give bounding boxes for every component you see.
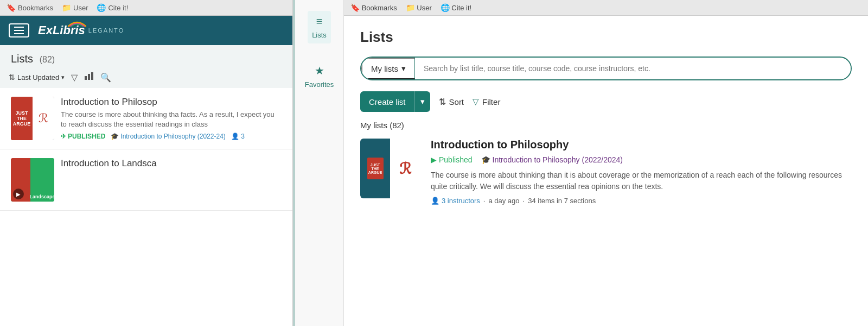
sort-label-right: Sort	[449, 97, 464, 106]
sort-button-right[interactable]: ⇅ Sort	[439, 97, 464, 107]
user-label-left: User	[73, 4, 88, 12]
favorites-nav-icon: ★	[315, 64, 324, 77]
bookmarks-label-right: Bookmarks	[362, 4, 397, 12]
card-time: a day ago	[488, 197, 519, 205]
bookmarks-right[interactable]: 🔖 Bookmarks	[350, 3, 397, 12]
action-row: Create list ▾ ⇅ Sort ▽ Filter	[360, 91, 852, 112]
item-title-2: Introduction to Landsca	[61, 158, 282, 169]
bookmarks-left[interactable]: 🔖 Bookmarks	[7, 3, 53, 12]
list-item-2[interactable]: Landscape ▶ Introduction to Landsca	[0, 149, 292, 211]
course-link-1[interactable]: 🎓 Introduction to Philosophy (2022-24)	[111, 133, 225, 140]
instructors-icon: 👤	[431, 197, 439, 205]
logo: Ex Libris LEGANTO	[38, 23, 124, 37]
user-right[interactable]: 📁 User	[406, 3, 432, 12]
filter-button-left[interactable]: ▽	[71, 72, 78, 83]
hamburger-button[interactable]	[9, 23, 29, 37]
published-label-right: Published	[439, 155, 473, 164]
cite-label-right: Cite it!	[451, 4, 471, 12]
nav-item-favorites[interactable]: ★ Favorites	[301, 60, 338, 93]
left-sort-bar: ⇅ Last Updated ▾ ▽ 🔍	[0, 68, 292, 88]
users-count-1: 3	[241, 133, 245, 140]
card-items-count: 34 items in 7 sections	[528, 197, 596, 205]
hamburger-line-3	[14, 33, 24, 34]
card-book-cover: JUST THE ARGUE	[367, 158, 384, 179]
graduation-icon-right: 🎓	[481, 155, 490, 164]
middle-nav: ≡ Lists ★ Favorites	[295, 0, 344, 326]
left-panel: 🔖 Bookmarks 📁 User 🌐 Cite it! Ex Libris	[0, 0, 293, 326]
svg-rect-2	[91, 72, 93, 80]
user-icon-left: 📁	[62, 3, 71, 12]
item-title-1: Introduction to Philosop	[61, 97, 282, 108]
left-lists-header: Lists (82)	[0, 45, 292, 68]
create-list-button[interactable]: Create list ▾	[360, 91, 430, 112]
thumb-land-text: Landscape	[29, 194, 54, 199]
search-button-left[interactable]: 🔍	[100, 72, 111, 83]
cite-label-left: Cite it!	[108, 4, 128, 12]
create-list-chevron-icon[interactable]: ▾	[414, 91, 430, 112]
left-lists-title: Lists	[11, 53, 33, 65]
item-content-2: Introduction to Landsca	[61, 158, 282, 202]
phil-symbol: ℛ	[399, 160, 411, 178]
list-item[interactable]: JUST THE ARGUE ℛ Introduction to Philoso…	[0, 88, 292, 149]
panel-divider	[293, 0, 295, 326]
left-topbar: 🔖 Bookmarks 📁 User 🌐 Cite it!	[0, 0, 292, 16]
globe-icon-left: 🌐	[97, 3, 106, 12]
lists-nav-icon: ≡	[316, 15, 323, 28]
course-badge-right[interactable]: 🎓 Introduction to Philosophy (2022/2024)	[481, 155, 623, 164]
user-label-right: User	[417, 4, 431, 12]
right-content: Lists My lists ▾ Create list ▾ ⇅ Sort ▽ …	[344, 16, 868, 326]
chart-button-left[interactable]	[84, 72, 94, 83]
bookmark-icon-left: 🔖	[7, 3, 16, 12]
card-thumb-right: ℛ	[390, 139, 420, 198]
published-arrow-icon: ▶	[431, 155, 437, 164]
user-left[interactable]: 📁 User	[62, 3, 88, 12]
item-desc-1: The course is more about thinking tha fa…	[61, 110, 282, 129]
my-lists-dropdown[interactable]: My lists ▾	[361, 58, 415, 79]
favorites-nav-label: Favorites	[305, 80, 334, 89]
lists-nav-label: Lists	[312, 31, 327, 39]
filter-label-right: Filter	[482, 97, 500, 106]
thumb-symbol: ℛ	[39, 111, 48, 126]
left-header: Ex Libris LEGANTO	[0, 16, 292, 45]
sort-button-left[interactable]: ⇅ Last Updated ▾	[9, 73, 65, 82]
nav-item-lists[interactable]: ≡ Lists	[308, 11, 331, 43]
item-thumbnail-2: Landscape ▶	[11, 158, 54, 202]
cite-left[interactable]: 🌐 Cite it!	[97, 3, 128, 12]
filter-button-right[interactable]: ▽ Filter	[473, 97, 500, 106]
card-title: Introduction to Philosophy	[431, 139, 852, 151]
chart-icon	[84, 72, 94, 80]
thumb-text: JUST THE ARGUE	[11, 109, 33, 128]
hamburger-line-2	[14, 30, 24, 31]
published-icon: ✈	[61, 133, 66, 140]
sort-arrows-icon: ⇅	[9, 73, 15, 82]
meta-dot-1: ·	[483, 197, 486, 205]
meta-dot-2: ·	[523, 197, 525, 205]
filter-funnel-icon: ▽	[473, 97, 479, 106]
item-thumbnail-1: JUST THE ARGUE ℛ	[11, 97, 54, 140]
my-lists-dropdown-label: My lists	[371, 64, 398, 73]
left-list-items: JUST THE ARGUE ℛ Introduction to Philoso…	[0, 88, 292, 326]
course-name-right: Introduction to Philosophy (2022/2024)	[493, 155, 623, 164]
search-row: My lists ▾	[360, 57, 852, 80]
card-thumb-inner: JUST THE ARGUE ℛ	[360, 139, 420, 198]
cite-right[interactable]: 🌐 Cite it!	[441, 3, 471, 12]
globe-icon-right: 🌐	[441, 3, 450, 12]
dropdown-chevron-icon: ▾	[401, 64, 406, 73]
users-badge-1: 👤 3	[231, 133, 245, 140]
list-card: JUST THE ARGUE ℛ Introduction to Philoso…	[360, 139, 852, 214]
page-title: Lists	[360, 29, 852, 46]
svg-rect-1	[88, 74, 90, 80]
bookmark-icon-right: 🔖	[350, 3, 360, 12]
sort-lines-icon: ⇅	[439, 97, 446, 107]
instructors-label: 3 instructors	[442, 197, 480, 205]
sort-chevron-icon: ▾	[61, 74, 65, 81]
card-badges: ▶ Published 🎓 Introduction to Philosophy…	[431, 155, 852, 164]
search-input[interactable]	[415, 64, 851, 73]
instructors-count[interactable]: 👤 3 instructors	[431, 197, 480, 205]
sort-label-left: Last Updated	[17, 73, 59, 82]
card-thumbnail: JUST THE ARGUE ℛ	[360, 139, 420, 198]
card-description: The course is more about thinking than i…	[431, 170, 852, 192]
left-lists-count: (82)	[40, 55, 55, 64]
bookmarks-label-left: Bookmarks	[18, 4, 53, 12]
users-icon-1: 👤	[231, 133, 239, 140]
